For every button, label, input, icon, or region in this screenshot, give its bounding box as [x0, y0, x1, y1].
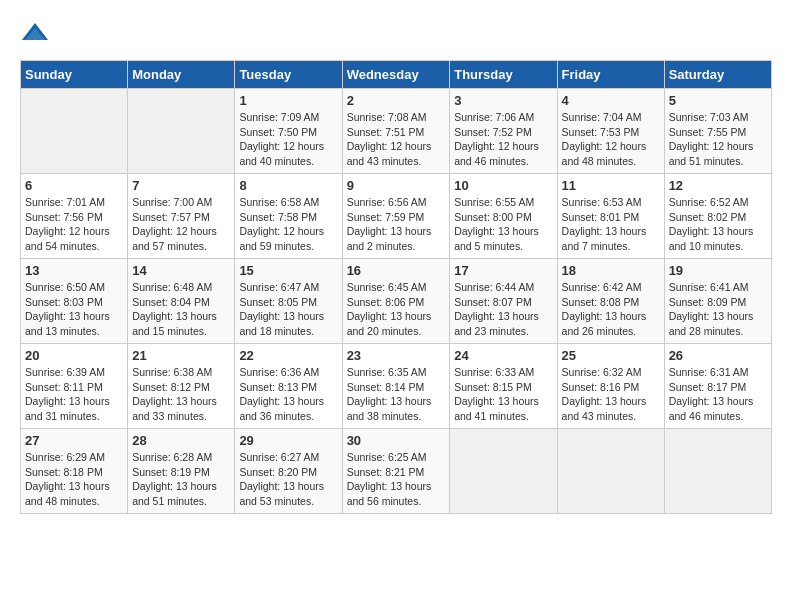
calendar-cell: 16Sunrise: 6:45 AM Sunset: 8:06 PM Dayli…: [342, 259, 450, 344]
calendar-cell: 29Sunrise: 6:27 AM Sunset: 8:20 PM Dayli…: [235, 429, 342, 514]
logo-icon: [20, 20, 50, 50]
day-number: 2: [347, 93, 446, 108]
cell-info: Sunrise: 7:04 AM Sunset: 7:53 PM Dayligh…: [562, 110, 660, 169]
day-number: 8: [239, 178, 337, 193]
cell-info: Sunrise: 6:50 AM Sunset: 8:03 PM Dayligh…: [25, 280, 123, 339]
calendar-week-row: 27Sunrise: 6:29 AM Sunset: 8:18 PM Dayli…: [21, 429, 772, 514]
calendar-cell: 27Sunrise: 6:29 AM Sunset: 8:18 PM Dayli…: [21, 429, 128, 514]
cell-info: Sunrise: 6:25 AM Sunset: 8:21 PM Dayligh…: [347, 450, 446, 509]
calendar-cell: 22Sunrise: 6:36 AM Sunset: 8:13 PM Dayli…: [235, 344, 342, 429]
calendar-cell: 9Sunrise: 6:56 AM Sunset: 7:59 PM Daylig…: [342, 174, 450, 259]
cell-info: Sunrise: 6:48 AM Sunset: 8:04 PM Dayligh…: [132, 280, 230, 339]
day-number: 9: [347, 178, 446, 193]
calendar-cell: 4Sunrise: 7:04 AM Sunset: 7:53 PM Daylig…: [557, 89, 664, 174]
calendar-cell: 2Sunrise: 7:08 AM Sunset: 7:51 PM Daylig…: [342, 89, 450, 174]
cell-info: Sunrise: 7:08 AM Sunset: 7:51 PM Dayligh…: [347, 110, 446, 169]
weekday-saturday: Saturday: [664, 61, 771, 89]
calendar-cell: 13Sunrise: 6:50 AM Sunset: 8:03 PM Dayli…: [21, 259, 128, 344]
day-number: 26: [669, 348, 767, 363]
calendar-cell: [21, 89, 128, 174]
calendar-cell: 12Sunrise: 6:52 AM Sunset: 8:02 PM Dayli…: [664, 174, 771, 259]
calendar-table: SundayMondayTuesdayWednesdayThursdayFrid…: [20, 60, 772, 514]
day-number: 29: [239, 433, 337, 448]
day-number: 6: [25, 178, 123, 193]
cell-info: Sunrise: 6:31 AM Sunset: 8:17 PM Dayligh…: [669, 365, 767, 424]
calendar-cell: 23Sunrise: 6:35 AM Sunset: 8:14 PM Dayli…: [342, 344, 450, 429]
day-number: 30: [347, 433, 446, 448]
day-number: 7: [132, 178, 230, 193]
calendar-cell: 30Sunrise: 6:25 AM Sunset: 8:21 PM Dayli…: [342, 429, 450, 514]
calendar-cell: 21Sunrise: 6:38 AM Sunset: 8:12 PM Dayli…: [128, 344, 235, 429]
cell-info: Sunrise: 6:56 AM Sunset: 7:59 PM Dayligh…: [347, 195, 446, 254]
day-number: 25: [562, 348, 660, 363]
calendar-week-row: 1Sunrise: 7:09 AM Sunset: 7:50 PM Daylig…: [21, 89, 772, 174]
day-number: 5: [669, 93, 767, 108]
calendar-cell: [128, 89, 235, 174]
day-number: 16: [347, 263, 446, 278]
calendar-cell: 25Sunrise: 6:32 AM Sunset: 8:16 PM Dayli…: [557, 344, 664, 429]
calendar-cell: 26Sunrise: 6:31 AM Sunset: 8:17 PM Dayli…: [664, 344, 771, 429]
calendar-cell: 6Sunrise: 7:01 AM Sunset: 7:56 PM Daylig…: [21, 174, 128, 259]
calendar-cell: 28Sunrise: 6:28 AM Sunset: 8:19 PM Dayli…: [128, 429, 235, 514]
cell-info: Sunrise: 6:32 AM Sunset: 8:16 PM Dayligh…: [562, 365, 660, 424]
day-number: 27: [25, 433, 123, 448]
logo: [20, 20, 52, 50]
calendar-week-row: 13Sunrise: 6:50 AM Sunset: 8:03 PM Dayli…: [21, 259, 772, 344]
day-number: 15: [239, 263, 337, 278]
cell-info: Sunrise: 7:03 AM Sunset: 7:55 PM Dayligh…: [669, 110, 767, 169]
cell-info: Sunrise: 6:52 AM Sunset: 8:02 PM Dayligh…: [669, 195, 767, 254]
day-number: 23: [347, 348, 446, 363]
day-number: 12: [669, 178, 767, 193]
day-number: 3: [454, 93, 552, 108]
cell-info: Sunrise: 6:41 AM Sunset: 8:09 PM Dayligh…: [669, 280, 767, 339]
day-number: 22: [239, 348, 337, 363]
weekday-friday: Friday: [557, 61, 664, 89]
cell-info: Sunrise: 6:58 AM Sunset: 7:58 PM Dayligh…: [239, 195, 337, 254]
weekday-header-row: SundayMondayTuesdayWednesdayThursdayFrid…: [21, 61, 772, 89]
cell-info: Sunrise: 6:53 AM Sunset: 8:01 PM Dayligh…: [562, 195, 660, 254]
calendar-cell: 24Sunrise: 6:33 AM Sunset: 8:15 PM Dayli…: [450, 344, 557, 429]
calendar-cell: 17Sunrise: 6:44 AM Sunset: 8:07 PM Dayli…: [450, 259, 557, 344]
weekday-thursday: Thursday: [450, 61, 557, 89]
calendar-cell: 10Sunrise: 6:55 AM Sunset: 8:00 PM Dayli…: [450, 174, 557, 259]
day-number: 11: [562, 178, 660, 193]
weekday-monday: Monday: [128, 61, 235, 89]
calendar-cell: 7Sunrise: 7:00 AM Sunset: 7:57 PM Daylig…: [128, 174, 235, 259]
weekday-sunday: Sunday: [21, 61, 128, 89]
calendar-week-row: 20Sunrise: 6:39 AM Sunset: 8:11 PM Dayli…: [21, 344, 772, 429]
calendar-cell: 11Sunrise: 6:53 AM Sunset: 8:01 PM Dayli…: [557, 174, 664, 259]
calendar-body: 1Sunrise: 7:09 AM Sunset: 7:50 PM Daylig…: [21, 89, 772, 514]
calendar-cell: 19Sunrise: 6:41 AM Sunset: 8:09 PM Dayli…: [664, 259, 771, 344]
cell-info: Sunrise: 6:35 AM Sunset: 8:14 PM Dayligh…: [347, 365, 446, 424]
cell-info: Sunrise: 6:29 AM Sunset: 8:18 PM Dayligh…: [25, 450, 123, 509]
cell-info: Sunrise: 6:42 AM Sunset: 8:08 PM Dayligh…: [562, 280, 660, 339]
day-number: 18: [562, 263, 660, 278]
day-number: 17: [454, 263, 552, 278]
day-number: 13: [25, 263, 123, 278]
cell-info: Sunrise: 6:55 AM Sunset: 8:00 PM Dayligh…: [454, 195, 552, 254]
calendar-cell: 8Sunrise: 6:58 AM Sunset: 7:58 PM Daylig…: [235, 174, 342, 259]
calendar-cell: 5Sunrise: 7:03 AM Sunset: 7:55 PM Daylig…: [664, 89, 771, 174]
day-number: 21: [132, 348, 230, 363]
calendar-cell: [557, 429, 664, 514]
calendar-cell: 20Sunrise: 6:39 AM Sunset: 8:11 PM Dayli…: [21, 344, 128, 429]
day-number: 28: [132, 433, 230, 448]
cell-info: Sunrise: 6:27 AM Sunset: 8:20 PM Dayligh…: [239, 450, 337, 509]
day-number: 19: [669, 263, 767, 278]
calendar-cell: 3Sunrise: 7:06 AM Sunset: 7:52 PM Daylig…: [450, 89, 557, 174]
day-number: 20: [25, 348, 123, 363]
cell-info: Sunrise: 6:33 AM Sunset: 8:15 PM Dayligh…: [454, 365, 552, 424]
day-number: 10: [454, 178, 552, 193]
day-number: 4: [562, 93, 660, 108]
calendar-cell: [664, 429, 771, 514]
calendar-cell: 15Sunrise: 6:47 AM Sunset: 8:05 PM Dayli…: [235, 259, 342, 344]
cell-info: Sunrise: 6:47 AM Sunset: 8:05 PM Dayligh…: [239, 280, 337, 339]
cell-info: Sunrise: 7:06 AM Sunset: 7:52 PM Dayligh…: [454, 110, 552, 169]
day-number: 1: [239, 93, 337, 108]
cell-info: Sunrise: 6:28 AM Sunset: 8:19 PM Dayligh…: [132, 450, 230, 509]
cell-info: Sunrise: 6:44 AM Sunset: 8:07 PM Dayligh…: [454, 280, 552, 339]
page-header: [20, 20, 772, 50]
day-number: 24: [454, 348, 552, 363]
calendar-cell: 14Sunrise: 6:48 AM Sunset: 8:04 PM Dayli…: [128, 259, 235, 344]
calendar-header: SundayMondayTuesdayWednesdayThursdayFrid…: [21, 61, 772, 89]
